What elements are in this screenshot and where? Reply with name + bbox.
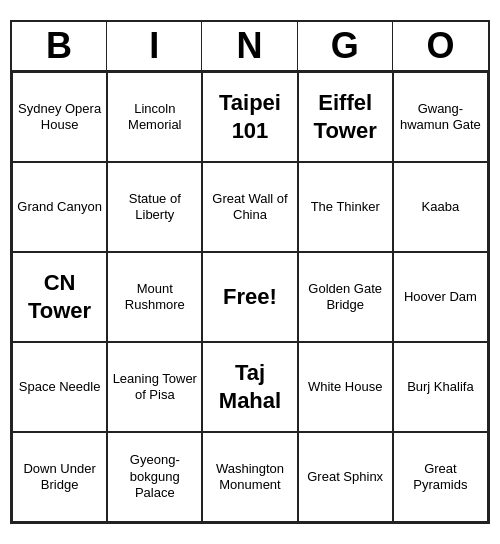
bingo-cell-20: Down Under Bridge xyxy=(12,432,107,522)
bingo-cell-22: Washington Monument xyxy=(202,432,297,522)
bingo-header: BINGO xyxy=(12,22,488,72)
bingo-grid: Sydney Opera HouseLincoln MemorialTaipei… xyxy=(12,72,488,522)
bingo-cell-5: Grand Canyon xyxy=(12,162,107,252)
bingo-cell-2: Taipei 101 xyxy=(202,72,297,162)
bingo-cell-18: White House xyxy=(298,342,393,432)
bingo-cell-7: Great Wall of China xyxy=(202,162,297,252)
bingo-cell-14: Hoover Dam xyxy=(393,252,488,342)
bingo-cell-17: Taj Mahal xyxy=(202,342,297,432)
bingo-letter-b: B xyxy=(12,22,107,70)
bingo-letter-n: N xyxy=(202,22,297,70)
bingo-cell-19: Burj Khalifa xyxy=(393,342,488,432)
bingo-cell-13: Golden Gate Bridge xyxy=(298,252,393,342)
bingo-cell-12: Free! xyxy=(202,252,297,342)
bingo-letter-i: I xyxy=(107,22,202,70)
bingo-cell-8: The Thinker xyxy=(298,162,393,252)
bingo-cell-9: Kaaba xyxy=(393,162,488,252)
bingo-cell-3: Eiffel Tower xyxy=(298,72,393,162)
bingo-cell-11: Mount Rushmore xyxy=(107,252,202,342)
bingo-cell-21: Gyeong-bokgung Palace xyxy=(107,432,202,522)
bingo-cell-1: Lincoln Memorial xyxy=(107,72,202,162)
bingo-cell-6: Statue of Liberty xyxy=(107,162,202,252)
bingo-cell-24: Great Pyramids xyxy=(393,432,488,522)
bingo-cell-0: Sydney Opera House xyxy=(12,72,107,162)
bingo-card: BINGO Sydney Opera HouseLincoln Memorial… xyxy=(10,20,490,524)
bingo-cell-23: Great Sphinx xyxy=(298,432,393,522)
bingo-letter-g: G xyxy=(298,22,393,70)
bingo-cell-16: Leaning Tower of Pisa xyxy=(107,342,202,432)
bingo-cell-10: CN Tower xyxy=(12,252,107,342)
bingo-cell-4: Gwang-hwamun Gate xyxy=(393,72,488,162)
bingo-letter-o: O xyxy=(393,22,488,70)
bingo-cell-15: Space Needle xyxy=(12,342,107,432)
